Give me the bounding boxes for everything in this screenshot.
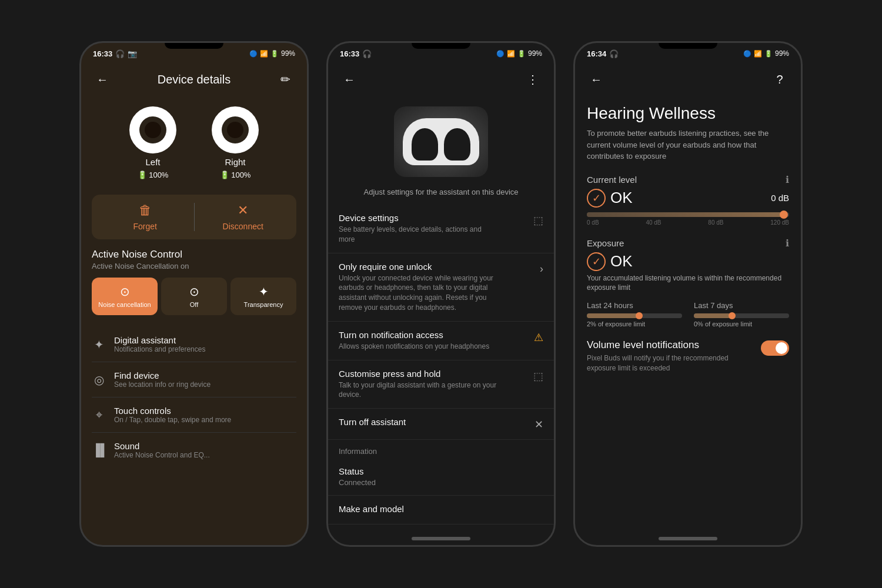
exposure-status: OK [610,252,633,270]
current-level-info-icon[interactable]: ℹ [786,174,789,185]
left-bud-label: Left [145,157,160,167]
volume-notif-title: Volume level notifications [587,339,755,351]
find-device-icon: ◎ [92,373,106,387]
instagram-icon: 📷 [128,49,137,58]
phone-2: 16:33 🎧 🔵 📶 🔋 99% ← ⋮ Adjust settings fo… [326,41,556,547]
s2-notification-title: Turn on notification access [339,330,489,340]
last-7d-block: Last 7 days 0% of exposure limit [694,301,789,328]
help-button-3[interactable]: ? [769,69,790,90]
s2-make-title: Make and model [339,504,404,514]
menu-find-device[interactable]: ◎ Find device See location info or ring … [92,362,296,397]
disconnect-label: Disconnect [223,222,263,231]
left-bud-circle [129,106,176,153]
find-device-sub: See location info or ring device [114,380,296,389]
chevron-right-icon: › [540,263,543,275]
forget-label: Forget [133,222,157,231]
phone-1: 16:33 🎧 📷 🔵 📶 🔋 99% ← Device details ✏ L… [79,41,309,547]
last-24h-percent: 2% of exposure limit [587,320,682,328]
bluetooth-icon: 🔵 [249,50,258,58]
anc-off-label: Off [190,301,198,308]
current-level-label: Current level [587,175,637,185]
headphone-icon-2: 🎧 [362,49,372,58]
s2-notification-access[interactable]: Turn on notification access Allows spoke… [328,322,554,360]
ext-link-icon-2: ⬚ [533,370,543,383]
find-device-title: Find device [114,370,296,380]
volume-notif-text: Volume level notifications Pixel Buds wi… [587,339,755,373]
volume-notif-sub: Pixel Buds will notify you if the recomm… [587,353,755,373]
earbuds-case-shape [403,118,479,165]
time-2: 16:33 [340,49,359,58]
left-bud: Left 🔋 100% [129,106,176,179]
last-24h-label: Last 24 hours [587,301,682,310]
s2-customise-sub: Talk to your digital assistant with a ge… [339,380,497,400]
level-label-40db: 40 dB [646,219,661,226]
current-level-ok-row: ✓ OK 0 dB [587,189,789,208]
exposure-section: Exposure ℹ ✓ OK Your accumulated listeni… [587,238,789,328]
current-level-bar-dot [780,211,788,219]
anc-off[interactable]: ⊙ Off [161,278,227,315]
menu-sound[interactable]: ▐▌ Sound Active Noise Control and EQ... [92,433,296,467]
back-button-3[interactable]: ← [586,69,607,90]
digital-assistant-sub: Notifications and preferences [114,345,296,353]
current-level-section: Current level ℹ ✓ OK 0 dB 0 dB 40 dB 80 … [587,174,789,226]
back-button-1[interactable]: ← [92,69,113,90]
last-7d-label: Last 7 days [694,301,789,310]
s2-customise-press[interactable]: Customise press and hold Talk to your di… [328,360,554,409]
s2-one-unlock-title: Only require one unlock [339,262,497,272]
s2-status-value: Connected [339,478,376,487]
more-button-2[interactable]: ⋮ [522,69,543,90]
s2-make-model[interactable]: Make and model [328,496,554,524]
s2-device-settings-text: Device settings See battery levels, devi… [339,213,497,245]
sound-sub: Active Noise Control and EQ... [114,451,296,459]
menu-touch-controls[interactable]: ⌖ Touch controls On / Tap, double tap, s… [92,397,296,433]
earbud-left-pill [412,128,438,161]
last-24h-block: Last 24 hours 2% of exposure limit [587,301,682,328]
right-bud: Right 🔋 100% [212,106,259,179]
volume-notif-toggle[interactable] [761,340,789,356]
action-row: 🗑 Forget ✕ Disconnect [92,195,296,239]
s2-turn-off-assistant[interactable]: Turn off assistant ✕ [328,409,554,440]
s2-one-unlock[interactable]: Only require one unlock Unlock your conn… [328,253,554,322]
screen-1-content: Left 🔋 100% Right 🔋 100% 🗑 Forget ✕ [81,95,307,545]
current-level-bar-fill [587,212,785,217]
headphone-icon-3: 🎧 [609,49,619,58]
left-bud-dot [145,122,161,138]
battery-percent-2: 99% [528,49,542,58]
anc-noise-cancellation[interactable]: ⊙ Noise cancellation [92,278,158,315]
exposure-header: Exposure ℹ [587,238,789,249]
last-7d-bar-dot [729,312,736,319]
phone-3: 16:34 🎧 🔵 📶 🔋 99% ← ? Hearing Wellness T… [573,41,803,547]
back-button-2[interactable]: ← [339,69,360,90]
level-label-0db: 0 dB [587,219,599,226]
anc-off-icon: ⊙ [189,285,199,299]
menu-digital-assistant[interactable]: ✦ Digital assistant Notifications and pr… [92,327,296,362]
s2-menu-list: Device settings See battery levels, devi… [328,205,554,532]
disconnect-button[interactable]: ✕ Disconnect [196,203,291,231]
last-7d-bar [694,313,789,318]
last-24h-bar-fill [587,313,639,318]
ext-link-icon-1: ⬚ [533,214,543,227]
volume-notif-section: Volume level notifications Pixel Buds wi… [587,339,789,373]
current-level-status: OK [610,189,633,207]
s2-status-item: Status Connected [328,458,554,496]
anc-transparency[interactable]: ✦ Transparency [230,278,296,315]
bluetooth-icon-3: 🔵 [743,50,751,58]
exposure-info-icon[interactable]: ℹ [786,238,789,249]
left-bud-inner [139,116,166,143]
anc-nc-icon: ⊙ [120,285,130,299]
sound-text: Sound Active Noise Control and EQ... [114,441,296,459]
volume-notif-toggle-row: Volume level notifications Pixel Buds wi… [587,339,789,373]
anc-section: Active Noise Control Active Noise Cancel… [92,249,296,315]
last-7d-bar-fill [694,313,732,318]
anc-trans-icon: ✦ [259,285,269,299]
digital-assistant-title: Digital assistant [114,335,296,345]
edit-button-1[interactable]: ✏ [275,69,296,90]
last-24h-bar [587,313,682,318]
s2-device-settings[interactable]: Device settings See battery levels, devi… [328,205,554,253]
forget-button[interactable]: 🗑 Forget [98,203,193,231]
disconnect-icon: ✕ [238,203,248,218]
current-level-bar [587,212,789,217]
s2-one-unlock-text: Only require one unlock Unlock your conn… [339,262,497,313]
hearing-wellness-desc: To promote better earbuds listening prac… [587,128,789,162]
digital-assistant-text: Digital assistant Notifications and pref… [114,335,296,353]
